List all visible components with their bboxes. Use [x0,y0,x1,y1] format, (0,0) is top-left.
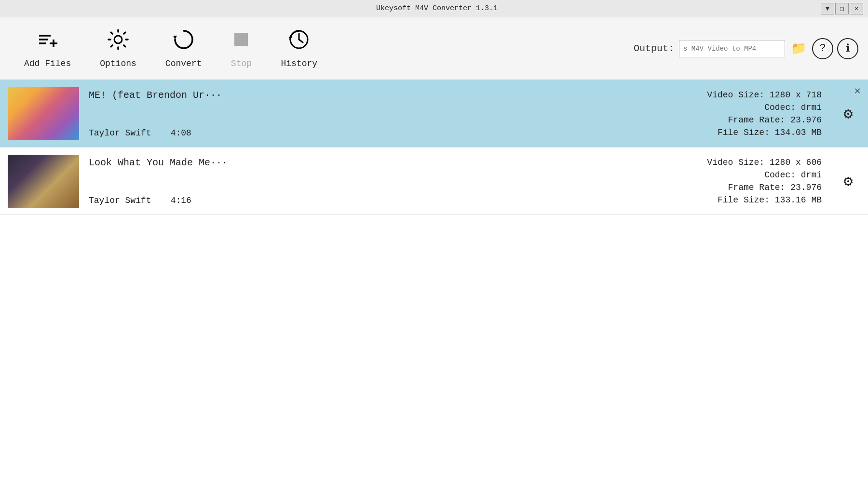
file-specs: Video Size: 1280 x 718 Codec: drmi Frame… [677,90,822,137]
file-title: Look What You Made Me··· [89,157,677,168]
convert-button[interactable]: Convert [151,26,217,71]
svg-marker-10 [288,37,292,40]
file-specs: Video Size: 1280 x 606 Codec: drmi Frame… [677,158,822,205]
svg-rect-6 [234,33,248,46]
file-codec: Codec: drmi [677,103,822,112]
svg-marker-5 [173,36,177,40]
add-files-label: Add Files [24,59,71,68]
file-row[interactable]: Look What You Made Me··· Taylor Swift 4:… [0,147,868,215]
history-icon [288,29,310,55]
add-files-icon [37,29,58,55]
minimize-button[interactable]: ▼ [821,3,834,14]
options-button[interactable]: Options [85,26,151,71]
file-info: Look What You Made Me··· Taylor Swift 4:… [89,157,677,205]
output-section: Output: 📁 [634,40,807,57]
file-row[interactable]: ME! (feat Brendon Ur··· Taylor Swift 4:0… [0,80,868,147]
history-button[interactable]: History [266,26,332,71]
output-input[interactable] [679,40,785,57]
file-meta: Taylor Swift 4:08 [89,128,677,138]
file-codec: Codec: drmi [677,170,822,180]
app-title: Ukeysoft M4V Converter 1.3.1 [53,4,821,13]
file-artist: Taylor Swift [89,128,151,138]
restore-button[interactable]: ❑ [835,3,849,14]
file-video-size: Video Size: 1280 x 606 [677,158,822,167]
file-close-button[interactable]: ✕ [851,84,864,97]
file-video-size: Video Size: 1280 x 718 [677,90,822,100]
stop-label: Stop [231,59,252,68]
file-info: ME! (feat Brendon Ur··· Taylor Swift 4:0… [89,90,677,138]
add-files-button[interactable]: Add Files [10,26,85,71]
file-file-size: File Size: 134.03 MB [677,128,822,137]
output-label: Output: [634,43,674,54]
file-frame-rate: Frame Rate: 23.976 [677,183,822,192]
options-icon [108,29,129,55]
stop-icon [231,29,252,55]
file-artist: Taylor Swift [89,196,151,205]
close-button[interactable]: ✕ [850,3,863,14]
file-meta: Taylor Swift 4:16 [89,196,677,205]
svg-line-9 [299,40,303,42]
file-duration: 4:16 [171,196,191,205]
convert-label: Convert [165,59,202,68]
title-bar-controls: ▼ ❑ ✕ [821,3,863,14]
file-list: ME! (feat Brendon Ur··· Taylor Swift 4:0… [0,80,868,482]
info-button[interactable]: ℹ [837,38,858,59]
options-label: Options [100,59,136,68]
file-settings-button[interactable]: ⚙ [836,169,860,193]
help-button[interactable]: ? [812,38,833,59]
file-title: ME! (feat Brendon Ur··· [89,90,677,101]
file-settings-button[interactable]: ⚙ [836,102,860,126]
browse-folder-button[interactable]: 📁 [790,40,807,57]
file-thumbnail [8,155,79,208]
toolbar: Add Files Options Convert Stop [0,17,868,80]
stop-button[interactable]: Stop [216,26,266,71]
help-info-icons: ? ℹ [812,38,858,59]
file-file-size: File Size: 133.16 MB [677,195,822,205]
file-duration: 4:08 [171,128,191,138]
history-label: History [281,59,317,68]
convert-icon [173,29,194,55]
title-bar: Ukeysoft M4V Converter 1.3.1 ▼ ❑ ✕ [0,0,868,17]
file-frame-rate: Frame Rate: 23.976 [677,115,822,125]
file-thumbnail [8,87,79,140]
